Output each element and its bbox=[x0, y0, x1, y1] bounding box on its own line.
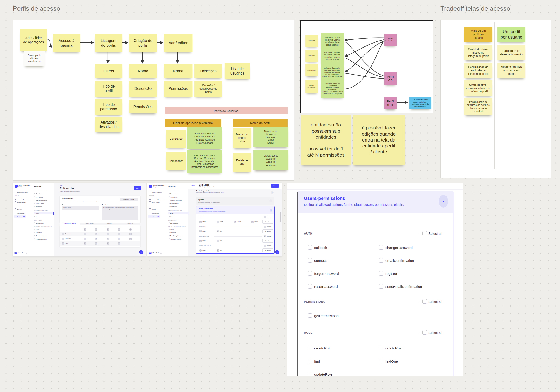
settings-button[interactable]: ⚙ Settings bbox=[262, 249, 273, 252]
nav-item-overview[interactable]: Overview bbox=[169, 193, 176, 195]
checkbox-callback[interactable] bbox=[308, 245, 312, 249]
note-tipo-permissao[interactable]: Tipo de permissão bbox=[95, 99, 122, 115]
sidebar-user[interactable]: MT Meetz Tech ‹ bbox=[14, 250, 27, 254]
collapse-sidebar-button[interactable]: ‹ bbox=[26, 252, 27, 254]
sidebar-item-content-type-builder[interactable]: Content-Type Builder bbox=[149, 198, 164, 200]
name-input[interactable]: Super Admin bbox=[62, 206, 99, 210]
cell-checkbox[interactable] bbox=[95, 233, 98, 235]
note-tradeoff-mais-perfis[interactable]: Mais de um perfil por usuário bbox=[464, 27, 492, 42]
perm-checkbox[interactable] bbox=[234, 221, 236, 223]
cell-checkbox[interactable] bbox=[84, 238, 86, 240]
header-nome-perfil[interactable]: Nome do perfil bbox=[233, 119, 288, 127]
note-entidade-n[interactable]: Entidade (n) bbox=[233, 153, 251, 172]
collapse-sidebar-button[interactable]: ‹ bbox=[160, 252, 162, 254]
accordion-header[interactable]: Users-permissions Permissions settings f… bbox=[196, 207, 274, 214]
screenshot-strapi-plugins-perms[interactable]: Strapi Dashboard Workplace Content Manag… bbox=[147, 182, 282, 256]
nav-item-api-tokens[interactable]: API Tokens bbox=[169, 196, 177, 198]
select-all-checkbox[interactable] bbox=[264, 226, 266, 228]
nav-item-configuration[interactable]: Configuration bbox=[169, 222, 179, 224]
select-all-auth-checkbox[interactable] bbox=[422, 231, 427, 235]
note-campanhas-acoes[interactable]: Adicionar Campanha Remover Campanha Atua… bbox=[187, 150, 222, 173]
header-checkbox-create[interactable] bbox=[84, 228, 86, 231]
cell-checkbox[interactable] bbox=[95, 242, 98, 245]
chevron-down-icon[interactable]: ▼ bbox=[271, 191, 274, 194]
note-entity-campanhas[interactable]: Campanhas bbox=[305, 65, 318, 76]
note-entity-listas[interactable]: Listas de Prospecção bbox=[305, 80, 318, 93]
nav-item-api-tokens[interactable]: API Tokens bbox=[34, 196, 43, 198]
note-tradeoff-um-perfil[interactable]: Um perfil por usuário bbox=[498, 27, 525, 42]
tab-plugins[interactable]: Plugins bbox=[100, 221, 120, 225]
note-contratos[interactable]: Contratos bbox=[166, 130, 186, 148]
perm-checkbox[interactable] bbox=[217, 230, 219, 232]
description-input[interactable]: Super Admins can access and manage all f… bbox=[102, 206, 138, 220]
save-button[interactable]: Save bbox=[134, 186, 141, 190]
perm-checkbox[interactable] bbox=[251, 221, 254, 223]
sidebar-item-content-manager[interactable]: Content Manager bbox=[15, 191, 28, 193]
tab-settings[interactable]: Settings bbox=[120, 221, 140, 225]
sidebar-item-content-manager[interactable]: Content Manager bbox=[149, 191, 162, 193]
select-all-role-checkbox[interactable] bbox=[422, 330, 427, 335]
header-checkbox-update[interactable] bbox=[107, 228, 109, 231]
cell-checkbox[interactable] bbox=[107, 242, 109, 245]
save-button[interactable]: Save bbox=[271, 184, 279, 188]
note-entity-contratos-actions[interactable]: Adicionar Contrato Remover Contrato Atua… bbox=[321, 48, 344, 64]
settings-button[interactable]: ⚙ Settings bbox=[262, 229, 273, 233]
nav-item-users[interactable]: Users bbox=[34, 216, 40, 217]
nav-item-email-templates[interactable]: Email templates bbox=[169, 235, 180, 237]
perm-checkbox[interactable] bbox=[200, 249, 202, 252]
settings-button[interactable]: ⚙ Settings bbox=[262, 220, 273, 224]
note-tradeoff-facilidade[interactable]: Facilidade de desenvolvimento bbox=[498, 45, 525, 60]
chevron-down-icon[interactable]: ▼ bbox=[269, 200, 272, 202]
note-permissoes-editar[interactable]: Permissões bbox=[164, 81, 192, 97]
help-button[interactable]: ? bbox=[139, 250, 143, 254]
cell-checkbox[interactable] bbox=[129, 233, 132, 235]
sidebar-item-settings[interactable]: Settings1 bbox=[14, 215, 26, 218]
nav-item-providers[interactable]: Providers bbox=[34, 232, 41, 233]
checkbox-getPermissions[interactable] bbox=[308, 313, 312, 318]
perm-checkbox[interactable] bbox=[217, 240, 219, 242]
note-marcar-todos-2[interactable]: Marcar todos Ação (n) Ação (n) Ação (n) bbox=[253, 150, 289, 171]
checkbox-forgotPassword[interactable] bbox=[308, 271, 312, 276]
checkbox-find[interactable] bbox=[308, 359, 312, 363]
sidebar-item-plugins[interactable]: Plugins bbox=[149, 208, 156, 210]
note-tradeoff-exclusao-usuario[interactable]: Possibilidade de exclusão de perfil se h… bbox=[464, 98, 492, 115]
checkbox-connect[interactable] bbox=[308, 258, 312, 263]
cell-checkbox[interactable] bbox=[118, 242, 120, 245]
note-tradeoff-exclusao-perfis[interactable]: Possibilidade de exclusão na listagem de… bbox=[464, 63, 492, 78]
users-with-role-chip[interactable]: 1 user with this role bbox=[120, 198, 138, 201]
nav-item-internationalization[interactable]: Internationalization bbox=[169, 200, 182, 201]
note-exclusao-desativacao[interactable]: Exclusão / desativação de perfis bbox=[194, 81, 222, 97]
tab-collection-types[interactable]: Collection Types bbox=[60, 221, 80, 226]
note-outros-perfis[interactable]: Outros perfis não têm visualização bbox=[24, 51, 45, 66]
note-tradeoff-switch-perfis[interactable]: Switch de ativo / inativo na listagem de… bbox=[464, 45, 492, 60]
perm-checkbox[interactable] bbox=[200, 221, 202, 223]
collapse-button[interactable]: ▲ bbox=[439, 195, 448, 208]
nav-item-users[interactable]: Users bbox=[169, 216, 174, 217]
note-listagem-perfis[interactable]: Listagem de perfis bbox=[95, 34, 122, 52]
note-entity-listas-actions[interactable]: Adicionar Listas de Prospecção Remover L… bbox=[321, 79, 344, 97]
screenshot-users-permissions-zoom[interactable]: Users-permissions Define all allowed act… bbox=[287, 183, 463, 376]
note-lista-usuarios[interactable]: Lista de usuários bbox=[225, 63, 250, 79]
perm-checkbox[interactable] bbox=[200, 230, 202, 232]
note-tipo-perfil[interactable]: Tipo de perfil bbox=[95, 81, 122, 97]
cell-checkbox[interactable] bbox=[118, 233, 120, 235]
note-filtros[interactable]: Filtros bbox=[95, 64, 122, 78]
note-marcar-todos-1[interactable]: Marcar todos Visualizar Criar novo Edita… bbox=[253, 127, 289, 147]
sidebar-item-plugins[interactable]: Plugins bbox=[15, 208, 22, 210]
note-permissoes-criacao[interactable]: Permissões bbox=[129, 100, 157, 114]
sidebar-item-media-library[interactable]: Media Library bbox=[149, 201, 160, 203]
nav-item-configuration[interactable]: Configuration bbox=[34, 222, 44, 224]
sidebar-item-settings[interactable]: Settings1 bbox=[148, 215, 160, 218]
note-contratos-acoes[interactable]: Adicionar Contrato Remover Contrato Atua… bbox=[187, 127, 222, 149]
row-checkbox[interactable] bbox=[62, 238, 64, 240]
nav-item-email-templates[interactable]: Email templates bbox=[34, 235, 46, 237]
note-campanhas[interactable]: Campanhas bbox=[166, 152, 186, 170]
checkbox-emailConfirmation[interactable] bbox=[379, 258, 383, 263]
checkbox-changePassword[interactable] bbox=[379, 245, 383, 249]
note-perfil-xpto[interactable]: Perfil XPTO bbox=[384, 97, 397, 109]
header-lider-operacao[interactable]: Líder de operação (exemplo) bbox=[165, 119, 221, 127]
note-perfil-cs[interactable]: Perfil CS bbox=[384, 72, 397, 85]
nav-item-media-library[interactable]: Media Library bbox=[34, 203, 44, 204]
checkbox-deleteRole[interactable] bbox=[379, 346, 383, 350]
chevron-up-icon[interactable]: ▲ bbox=[270, 209, 272, 212]
